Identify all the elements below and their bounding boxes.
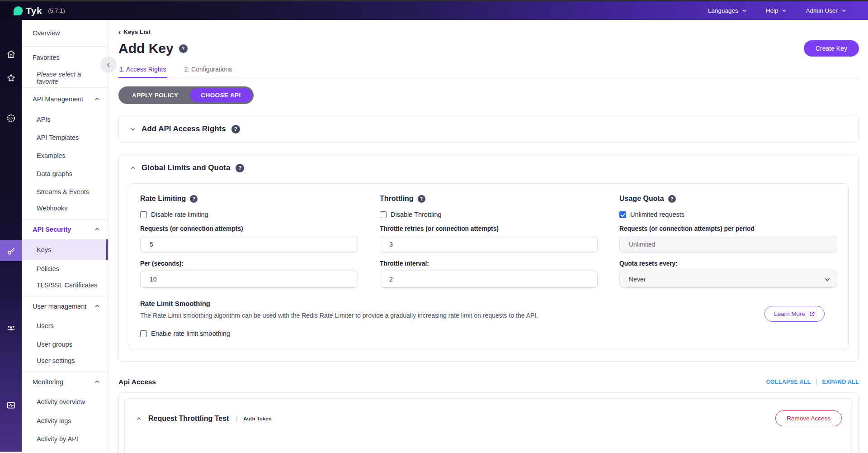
tab-configurations[interactable]: 2. Configurations [184,63,233,78]
tyk-logo[interactable]: Tyk (5.7.1) [0,5,65,16]
learn-more-button[interactable]: Learn More [764,306,825,322]
select-value: Never [629,276,646,283]
policy-api-toggle[interactable]: APPLY POLICY CHOOSE API [118,86,254,104]
api-security-key-icon[interactable] [0,240,22,261]
sidebar-item-overview[interactable]: Overview [22,20,108,46]
help-icon[interactable]: ? [418,195,425,203]
create-key-button[interactable]: Create Key [804,40,859,57]
top-bar: Tyk (5.7.1) Languages Help Admin User [0,0,868,20]
sidebar-item-examples[interactable]: Examples [22,147,108,165]
quota-requests-label: Requests (or connection attempts) per pe… [619,225,837,232]
chevron-up-icon[interactable] [136,415,142,422]
sidebar-item-label: APIs [37,116,51,123]
favorites-placeholder: Please select a favorite [22,68,108,87]
tab-access-rights[interactable]: 1. Access Rights [118,63,167,78]
api-name: Request Throttling Test [148,415,229,423]
help-icon[interactable]: ? [179,44,188,53]
throttle-retries-input[interactable] [380,236,598,253]
section-label: API Security [33,226,71,233]
add-api-access-rights-header[interactable]: Add API Access Rights ? [119,115,859,143]
sidebar-item-activity-overview[interactable]: Activity overview [22,392,108,412]
global-limits-header[interactable]: Global Limits and Quota ? [119,154,859,181]
enable-smoothing-row[interactable]: Enable rate limit smoothing [140,330,764,337]
column-title: Throttling [380,195,414,203]
help-icon[interactable]: ? [668,195,676,203]
collapse-all-link[interactable]: COLLAPSE ALL [766,379,811,385]
logo-text: Tyk [26,5,42,16]
enable-smoothing-checkbox[interactable] [140,330,147,337]
sidebar-item-activity-by-api[interactable]: Activity by API [22,430,108,448]
help-icon[interactable]: ? [231,125,240,134]
disable-rate-limiting-row[interactable]: Disable rate limiting [140,211,358,218]
sidebar-item-apis[interactable]: APIs [22,110,108,129]
user-management-icon[interactable] [0,318,22,338]
sidebar-section-api-management[interactable]: API Management [22,88,108,110]
unlimited-requests-checkbox[interactable] [619,211,626,218]
limits-inner-panel: Rate Limiting ? Disable rate limiting Re… [129,183,849,350]
api-access-entry: Request Throttling Test | Auth Token Rem… [124,398,853,453]
apply-policy-option[interactable]: APPLY POLICY [120,92,190,99]
disable-throttling-checkbox[interactable] [380,211,387,218]
sidebar-item-keys[interactable]: Keys [22,239,108,260]
sidebar-item-streams-events[interactable]: Streams & Events [22,183,108,201]
per-seconds-input[interactable] [140,271,358,288]
sidebar-item-label: Favorites [33,54,60,61]
sidebar-item-user-groups[interactable]: User groups [22,335,108,353]
monitoring-icon[interactable] [0,395,22,415]
help-icon[interactable]: ? [190,195,198,203]
star-icon[interactable] [0,68,22,88]
sidebar-item-policies[interactable]: Policies [22,260,108,278]
sidebar-item-data-graphs[interactable]: Data graphs [22,165,108,183]
global-limits-card: Global Limits and Quota ? Rate Limiting … [118,154,859,362]
api-access-list: Request Throttling Test | Auth Token Rem… [118,392,859,453]
sidebar-item-favorites[interactable]: Favorites [22,47,108,68]
breadcrumb-label: Keys List [123,29,151,35]
breadcrumb[interactable]: ‹ Keys List [118,28,859,36]
chevron-up-icon [94,227,100,232]
requests-input[interactable] [140,236,358,253]
throttle-interval-input[interactable] [380,271,598,288]
sidebar: Overview Favorites Please select a favor… [22,20,108,452]
sidebar-item-label: User settings [37,357,75,364]
sidebar-item-activity-logs[interactable]: Activity logs [22,412,108,430]
sidebar-item-label: Keys [37,246,51,253]
help-icon[interactable]: ? [236,164,244,172]
api-management-icon[interactable]: </> [0,108,22,128]
section-label: User management [33,303,86,310]
sidebar-item-user-settings[interactable]: User settings [22,353,108,372]
home-icon[interactable] [0,44,22,64]
quota-resets-select[interactable]: Never [619,271,837,288]
sidebar-collapse-button[interactable] [100,57,117,73]
sidebar-item-tls-ssl-certificates[interactable]: TLS/SSL Certificates [22,278,108,296]
sidebar-item-label: Users [37,322,54,329]
add-api-access-rights-card: Add API Access Rights ? [118,115,859,143]
throttling-column: Throttling ? Disable Throttling Throttle… [380,195,598,288]
quota-resets-label: Quota resets every: [619,260,837,267]
quota-requests-input[interactable] [619,236,837,253]
sidebar-item-label: Streams & Events [37,188,89,196]
auth-type-label: Auth Token [243,416,271,421]
sidebar-item-label: Policies [37,265,59,272]
sidebar-item-webhooks[interactable]: Webhooks [22,201,108,219]
sidebar-section-user-management[interactable]: User management [22,296,108,316]
sidebar-item-api-templates[interactable]: API Templates [22,129,108,147]
choose-api-option[interactable]: CHOOSE API [190,88,251,102]
user-menu[interactable]: Admin User [806,7,846,14]
chevron-down-icon [742,8,747,13]
sidebar-section-monitoring[interactable]: Monitoring [22,372,108,392]
sidebar-item-label: API Templates [37,134,79,141]
unlimited-requests-row[interactable]: Unlimited requests [619,211,837,218]
usage-quota-column: Usage Quota ? Unlimited requests Request… [619,195,837,288]
expand-all-link[interactable]: EXPAND ALL [822,379,859,385]
checkbox-label: Disable rate limiting [151,211,208,218]
remove-access-button[interactable]: Remove Access [775,410,842,426]
sidebar-item-users[interactable]: Users [22,316,108,335]
sidebar-section-api-security[interactable]: API Security [22,219,108,239]
chevron-down-icon [841,8,846,13]
disable-throttling-row[interactable]: Disable Throttling [380,211,598,218]
help-menu[interactable]: Help [766,7,787,14]
languages-menu[interactable]: Languages [708,7,747,14]
version-label: (5.7.1) [48,7,65,14]
favorites-placeholder-label: Please select a favorite [37,71,100,85]
disable-rate-limiting-checkbox[interactable] [140,211,147,218]
